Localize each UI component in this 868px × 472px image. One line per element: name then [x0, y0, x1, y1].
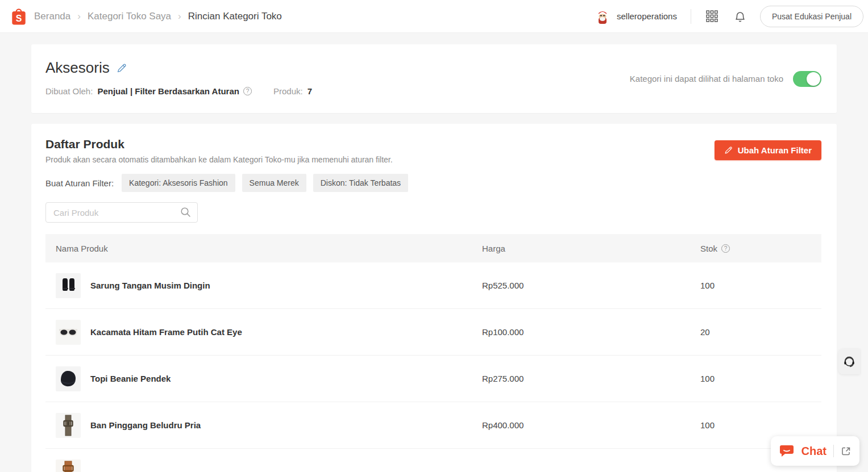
product-list-title: Daftar Produk [45, 137, 821, 151]
product-price: Rp400.000 [482, 420, 524, 430]
product-name: Kacamata Hitam Frame Putih Cat Eye [90, 327, 242, 337]
product-name: Ban Pinggang Beludru Pria [90, 420, 201, 430]
product-stock: 20 [700, 327, 710, 337]
product-table-header: Nama Produk Harga Stok ? [45, 234, 821, 262]
product-count-value: 7 [308, 86, 312, 96]
table-row: Kacamata Hitam Frame Putih Cat Eye Rp100… [45, 309, 821, 356]
table-row: Ban Pinggang Beludru Pria Rp400.000 100 [45, 402, 821, 449]
stock-help-icon[interactable]: ? [721, 244, 730, 253]
filter-tag-brand: Semua Merek [242, 174, 306, 192]
chat-bubble-icon [779, 444, 795, 458]
table-body: Sarung Tangan Musim Dingin Rp525.000 100… [45, 262, 821, 472]
created-by-value: Penjual | Filter Berdasarkan Aturan [97, 86, 239, 96]
headset-icon [842, 355, 856, 369]
table-row: Topi Beanie Pendek Rp275.000 100 [45, 356, 821, 402]
table-row: Sarung Tangan Musim Dingin Rp525.000 100 [45, 262, 821, 309]
seller-education-center-button[interactable]: Pusat Edukasi Penjual [760, 6, 863, 27]
edit-filter-rule-button[interactable]: Ubah Aturan Filter [715, 140, 821, 160]
topbar-divider [691, 9, 691, 24]
search-product-input[interactable] [45, 202, 198, 223]
gloves-thumbnail [56, 273, 81, 298]
category-visibility-label: Kategori ini dapat dilihat di halaman to… [630, 74, 783, 83]
chat-widget-button[interactable]: Chat [771, 436, 859, 466]
product-count-label: Produk: [273, 86, 303, 96]
search-icon[interactable] [180, 207, 191, 220]
breadcrumb: Beranda › Kategori Toko Saya › Rincian K… [34, 11, 282, 22]
edit-category-name-icon[interactable] [117, 63, 127, 73]
category-summary-card: Aksesoris Dibuat Oleh: Penjual | Filter … [31, 44, 837, 113]
product-price: Rp525.000 [482, 281, 524, 290]
product-price: Rp100.000 [482, 327, 524, 337]
beanie-thumbnail [56, 366, 81, 391]
product-price: Rp275.000 [482, 374, 524, 383]
product-stock: 100 [700, 374, 715, 383]
product-list-subtitle: Produk akan secara otomatis ditambahkan … [45, 155, 821, 164]
breadcrumb-kategori-toko-saya[interactable]: Kategori Toko Saya [88, 11, 171, 22]
expand-chat-icon[interactable] [841, 446, 852, 457]
filter-rule-help-icon[interactable]: ? [243, 87, 252, 95]
belt-orange-thumbnail [56, 460, 81, 472]
breadcrumb-rincian-kategori-toko: Rincian Kategori Toko [188, 11, 282, 22]
main-content: Aksesoris Dibuat Oleh: Penjual | Filter … [31, 44, 837, 472]
edit-pencil-icon [724, 146, 733, 154]
edit-filter-rule-button-label: Ubah Aturan Filter [738, 145, 812, 155]
sunglasses-thumbnail [56, 320, 81, 345]
created-by-label: Dibuat Oleh: [45, 86, 93, 96]
filter-tag-category: Kategori: Aksesoris Fashion [122, 174, 235, 192]
column-header-name: Nama Produk [45, 244, 482, 253]
chat-divider [833, 445, 834, 457]
belt-thumbnail [56, 413, 81, 438]
product-stock: 100 [700, 281, 715, 290]
chevron-right-icon: › [178, 11, 181, 22]
breadcrumb-beranda[interactable]: Beranda [34, 11, 70, 22]
user-avatar[interactable] [594, 8, 611, 25]
column-header-stock: Stok [700, 244, 717, 253]
category-visibility-toggle[interactable] [793, 71, 821, 87]
category-title: Aksesoris [45, 59, 110, 77]
product-name: Sarung Tangan Musim Dingin [90, 281, 210, 290]
filter-tag-discount: Diskon: Tidak Terbatas [313, 174, 408, 192]
product-list-card: Daftar Produk Produk akan secara otomati… [31, 124, 837, 472]
svg-text:S: S [16, 14, 22, 23]
shopee-logo-icon[interactable]: S [10, 7, 27, 26]
chat-label: Chat [801, 445, 827, 458]
product-table: Nama Produk Harga Stok ? Sarung Tangan M… [45, 234, 821, 472]
table-row [45, 449, 821, 472]
product-stock: 100 [700, 420, 715, 430]
top-navigation-bar: S Beranda › Kategori Toko Saya › Rincian… [0, 0, 868, 33]
product-name: Topi Beanie Pendek [90, 374, 171, 383]
filter-rule-label: Buat Aturan Filter: [45, 178, 114, 188]
support-headset-button[interactable] [838, 349, 860, 374]
column-header-price: Harga [482, 244, 700, 253]
toggle-knob [807, 72, 820, 86]
chevron-right-icon: › [77, 11, 81, 22]
username-label[interactable]: selleroperations [617, 11, 677, 21]
apps-grid-icon[interactable] [704, 8, 720, 24]
notification-bell-icon[interactable] [732, 7, 749, 26]
